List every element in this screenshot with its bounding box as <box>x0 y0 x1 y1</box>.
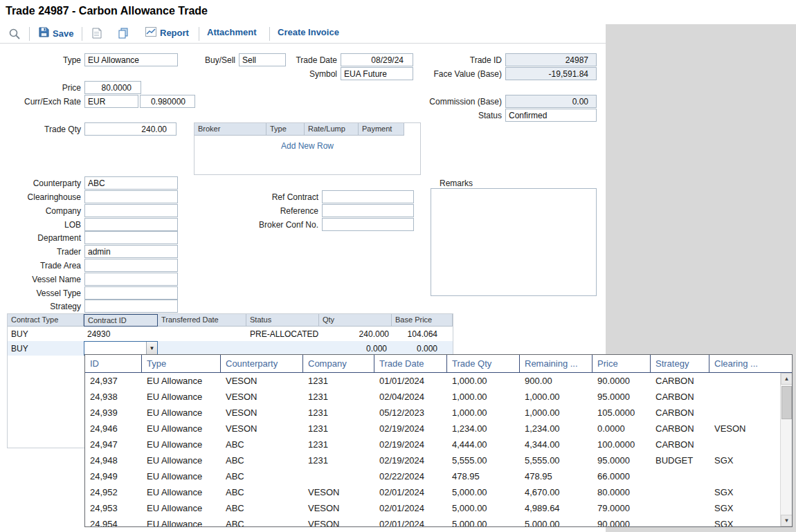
scroll-down-icon[interactable]: ▼ <box>781 515 793 526</box>
cell-clearing[interactable] <box>709 373 780 389</box>
cell-price[interactable]: 90.0000 <box>593 373 651 389</box>
dropdown-header-trade-qty[interactable]: Trade Qty <box>447 355 520 373</box>
dropdown-result-row[interactable]: 24,939EU AllowanceVESON123105/12/20231,0… <box>85 405 780 421</box>
cell-id[interactable]: 24,949 <box>85 468 142 484</box>
dropdown-header-company[interactable]: Company <box>303 355 374 373</box>
cell-company[interactable] <box>303 468 374 484</box>
cell-clearing[interactable]: SGX <box>709 452 780 468</box>
cell-type[interactable]: EU Allowance <box>142 516 221 526</box>
scrollbar-thumb[interactable] <box>781 386 792 419</box>
dropdown-result-row[interactable]: 24,946EU AllowanceVESON123102/19/20241,2… <box>85 421 780 437</box>
department-input[interactable] <box>84 231 178 244</box>
cell-company[interactable]: VESON <box>303 500 374 516</box>
cell-trade-date[interactable]: 02/19/2024 <box>374 437 447 452</box>
attachment-button[interactable]: Attachment <box>207 27 257 37</box>
cell-clearing[interactable]: SGX <box>709 500 780 516</box>
symbol-input[interactable] <box>341 67 413 80</box>
price-input[interactable] <box>84 81 141 94</box>
cell-id[interactable]: 24,952 <box>85 484 142 500</box>
counterparty-input[interactable] <box>84 176 178 190</box>
reference-input[interactable] <box>322 204 414 217</box>
cell-type[interactable]: EU Allowance <box>142 500 221 516</box>
cell-price[interactable]: 95.0000 <box>593 389 651 405</box>
cell-trade-qty[interactable]: 1,000.00 <box>447 373 520 389</box>
cell-remaining[interactable]: 4,989.64 <box>520 500 593 516</box>
cell-price[interactable]: 100.0000 <box>593 437 651 452</box>
cell-clearing[interactable] <box>709 389 780 405</box>
cell-trade-date[interactable]: 01/01/2024 <box>374 373 447 389</box>
cell-remaining[interactable]: 1,234.00 <box>520 421 593 437</box>
cell-id[interactable]: 24,947 <box>85 437 142 452</box>
cell-type[interactable]: EU Allowance <box>142 373 221 389</box>
contracts-header-transferred-date[interactable]: Transferred Date <box>158 314 246 327</box>
dropdown-result-row[interactable]: 24,937EU AllowanceVESON123101/01/20241,0… <box>85 373 780 389</box>
contracts-header-contract-id[interactable]: Contract ID <box>84 314 158 327</box>
cell-counterparty[interactable]: ABC <box>221 437 303 452</box>
cell-trade-qty[interactable]: 5,000.00 <box>447 500 520 516</box>
cell-trade-date[interactable]: 02/22/2024 <box>374 468 447 484</box>
cell-remaining[interactable]: 5,555.00 <box>520 452 593 468</box>
cell-id[interactable]: 24,938 <box>85 389 142 405</box>
cell-strategy[interactable]: BUDGET <box>651 452 709 468</box>
cell-counterparty[interactable]: VESON <box>221 373 303 389</box>
cell-trade-qty[interactable]: 5,000.00 <box>447 484 520 500</box>
cell-trade-date[interactable]: 02/19/2024 <box>374 421 447 437</box>
cell-trade-date[interactable]: 02/04/2024 <box>374 389 447 405</box>
company-input[interactable] <box>84 204 178 217</box>
cell-id[interactable]: 24,946 <box>85 421 142 437</box>
trade-qty-input[interactable] <box>84 122 177 136</box>
dropdown-header-counterparty[interactable]: Counterparty <box>221 355 303 373</box>
cell-qty[interactable]: 240.000 <box>319 327 392 341</box>
cell-clearing[interactable] <box>709 468 780 484</box>
search-icon[interactable] <box>8 28 21 40</box>
cell-company[interactable]: 1231 <box>303 452 374 468</box>
save-button[interactable]: Save <box>39 27 73 39</box>
vessel-type-input[interactable] <box>84 286 178 300</box>
cell-qty[interactable]: 0.000 <box>319 341 392 356</box>
type-input[interactable] <box>84 53 178 66</box>
cell-type[interactable]: EU Allowance <box>142 437 221 452</box>
broker-conf-no-input[interactable] <box>322 218 414 231</box>
cell-price[interactable]: 105.0000 <box>593 405 651 421</box>
dropdown-result-row[interactable]: 24,954EU AllowanceABCVESON02/01/20245,00… <box>85 516 780 526</box>
cell-id[interactable]: 24,939 <box>85 405 142 421</box>
cell-clearing[interactable]: VESON <box>709 421 780 437</box>
cell-base-price[interactable]: 0.000 <box>392 341 453 356</box>
cell-company[interactable]: 1231 <box>303 405 374 421</box>
cell-price[interactable]: 95.0000 <box>593 452 651 468</box>
cell-id[interactable]: 24,953 <box>85 500 142 516</box>
contracts-header-contract-type[interactable]: Contract Type <box>8 314 84 327</box>
cell-trade-date[interactable]: 02/01/2024 <box>374 500 447 516</box>
add-new-row-link[interactable]: Add New Row <box>195 141 420 151</box>
cell-trade-date[interactable]: 02/01/2024 <box>374 484 447 500</box>
ref-contract-input[interactable] <box>322 190 414 203</box>
dropdown-header-remaining[interactable]: Remaining ... <box>520 355 593 373</box>
cell-strategy[interactable]: CARBON <box>651 389 709 405</box>
cell-remaining[interactable]: 1,000.00 <box>520 389 593 405</box>
cell-trade-qty[interactable]: 4,444.00 <box>447 437 520 452</box>
scroll-up-icon[interactable]: ▲ <box>781 373 793 385</box>
cell-price[interactable]: 90.0000 <box>593 516 651 526</box>
currency-input[interactable] <box>84 95 138 108</box>
dropdown-result-row[interactable]: 24,952EU AllowanceABCVESON02/01/20245,00… <box>85 484 780 500</box>
cell-company[interactable]: 1231 <box>303 437 374 452</box>
create-invoice-button[interactable]: Create Invoice <box>278 27 339 37</box>
dropdown-header-price[interactable]: Price <box>593 355 651 373</box>
dropdown-header-strategy[interactable]: Strategy <box>651 355 709 373</box>
combo-dropdown-arrow-icon[interactable]: ▼ <box>146 342 157 355</box>
cell-company[interactable]: 1231 <box>303 389 374 405</box>
cell-strategy[interactable]: CARBON <box>651 437 709 452</box>
contracts-header-qty[interactable]: Qty <box>319 314 392 327</box>
cell-remaining[interactable]: 1,000.00 <box>520 405 593 421</box>
cell-type[interactable]: EU Allowance <box>142 452 221 468</box>
contract-id-combo-value[interactable] <box>84 342 146 355</box>
table-row[interactable]: BUY ▼ 0.000 0.000 <box>8 341 453 356</box>
vessel-name-input[interactable] <box>84 273 178 286</box>
cell-type[interactable]: EU Allowance <box>142 468 221 484</box>
cell-remaining[interactable]: 900.00 <box>520 373 593 389</box>
strategy-input[interactable] <box>84 300 178 313</box>
cell-counterparty[interactable]: ABC <box>221 484 303 500</box>
cell-strategy[interactable] <box>651 516 709 526</box>
cell-trade-qty[interactable]: 1,000.00 <box>447 389 520 405</box>
note-icon[interactable] <box>92 28 102 39</box>
